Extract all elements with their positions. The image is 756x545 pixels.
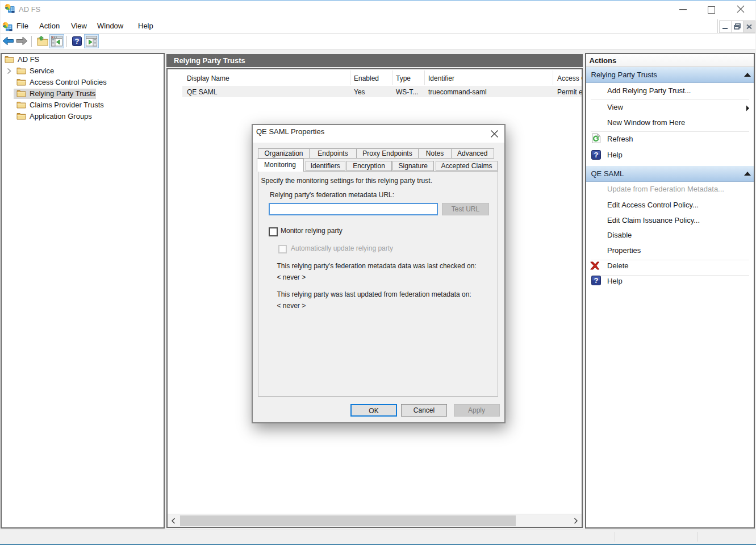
svg-text:?: ? bbox=[75, 37, 80, 45]
